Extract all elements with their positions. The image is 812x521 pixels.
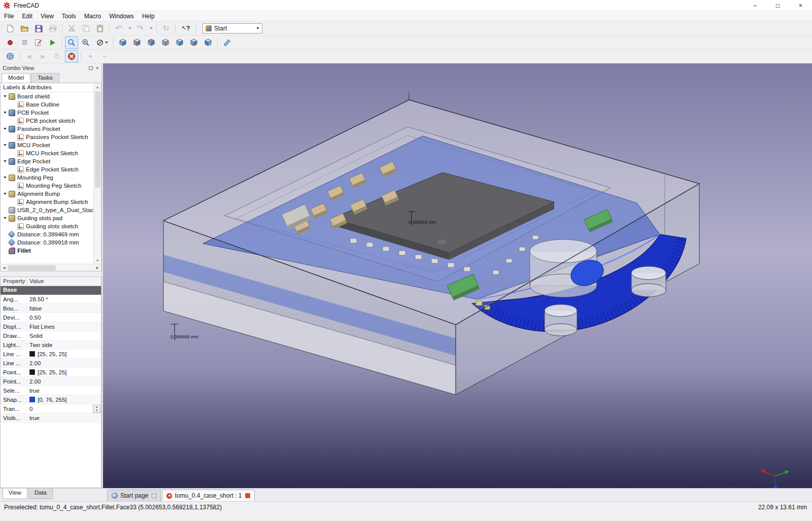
menu-tools[interactable]: Tools xyxy=(58,12,80,21)
property-row-point[interactable]: Point...2.00 xyxy=(1,377,101,386)
tree-item-board-shield[interactable]: Board shield xyxy=(1,92,94,100)
left-view-button[interactable] xyxy=(201,37,215,49)
tree-expand-caret[interactable] xyxy=(2,144,8,146)
scrollbar-thumb[interactable] xyxy=(8,265,56,270)
property-row-point[interactable]: Point...[25, 25, 25] xyxy=(1,368,101,377)
panel-title-bar[interactable]: Combo View × xyxy=(0,63,101,73)
close-button[interactable]: × xyxy=(789,0,812,11)
tree-expand-caret[interactable] xyxy=(2,112,8,114)
tree-item-mcu-pocket[interactable]: MCU Pocket xyxy=(1,141,94,149)
scrollbar-thumb[interactable] xyxy=(95,91,100,188)
macro-record-button[interactable] xyxy=(4,37,17,49)
menu-macro[interactable]: Macro xyxy=(80,12,105,21)
property-row-ang[interactable]: Ang...28.50 ° xyxy=(1,295,101,304)
redo-dropdown[interactable] xyxy=(148,22,154,34)
tree-item-pcb-pocket-sketch[interactable]: PCB pocket sketch xyxy=(1,117,94,125)
tree-horizontal-scrollbar[interactable]: ◀ ▶ xyxy=(1,264,101,271)
nav-refresh-button[interactable]: ↻ xyxy=(51,50,64,62)
tree-item-mcu-pocket-sketch[interactable]: MCU Pocket Sketch xyxy=(1,149,94,157)
web-home-button[interactable] xyxy=(4,50,17,62)
nav-stop-button[interactable] xyxy=(65,50,78,62)
tree-item-usb-2-0-type-a-dual-stac[interactable]: USB_2_0_type_A_Dual_Stac xyxy=(1,206,94,214)
mounting-cylinder[interactable] xyxy=(631,266,666,297)
workbench-selector[interactable]: Start xyxy=(202,23,262,33)
value-spinner[interactable]: ▲▼ xyxy=(93,405,100,413)
tree-item-guiding-slots-pad[interactable]: Guiding slots pad xyxy=(1,214,94,222)
measure-button[interactable] xyxy=(220,37,233,49)
minimize-button[interactable]: – xyxy=(743,0,766,11)
redo-button[interactable]: ↷ xyxy=(133,22,147,34)
property-row-line[interactable]: Line ...[25, 25, 25] xyxy=(1,350,101,359)
tree-item-edge-pocket-sketch[interactable]: Edge Pocket Sketch xyxy=(1,165,94,173)
menu-view[interactable]: View xyxy=(37,12,58,21)
tree-item-alignment-bump[interactable]: Alignment Bump xyxy=(1,190,94,198)
fit-all-button[interactable] xyxy=(65,37,78,49)
property-row-visib[interactable]: Visib...true xyxy=(1,413,101,423)
mounting-cylinder[interactable] xyxy=(545,304,577,336)
property-row-devi[interactable]: Devi...0.50 xyxy=(1,313,101,322)
bottom-view-button[interactable] xyxy=(187,37,200,49)
close-panel-icon[interactable]: × xyxy=(96,65,99,71)
tab-view[interactable]: View xyxy=(3,489,27,499)
zoom-in-button[interactable]: + xyxy=(84,50,97,62)
cut-icon[interactable] xyxy=(65,22,78,34)
tree-item-passives-pocket-sketch[interactable]: Passives Pocket Sketch xyxy=(1,133,94,141)
macro-play-button[interactable] xyxy=(46,37,59,49)
macro-edit-button[interactable] xyxy=(32,37,45,49)
menu-help[interactable]: Help xyxy=(138,12,159,21)
tree-expand-caret[interactable] xyxy=(2,177,8,179)
zoom-out-button[interactable]: − xyxy=(98,50,111,62)
macro-stop-button[interactable] xyxy=(18,37,31,49)
draw-style-button[interactable] xyxy=(93,37,111,49)
tree-item-alignment-bump-sketch[interactable]: Alignment Bump Sketch xyxy=(1,198,94,206)
close-tab-button[interactable] xyxy=(152,494,156,498)
close-tab-button[interactable] xyxy=(245,493,250,498)
scroll-up-icon[interactable]: ▲ xyxy=(96,83,99,90)
menu-file[interactable]: File xyxy=(0,12,18,21)
tree-vertical-scrollbar[interactable]: ▲ ▼ xyxy=(93,83,101,264)
tab-tasks[interactable]: Tasks xyxy=(31,73,59,83)
mdi-tab-start-page[interactable]: Start page xyxy=(107,490,161,501)
tree-expand-caret[interactable] xyxy=(2,160,8,162)
tree-item-mounting-peg-sketch[interactable]: Mounting Peg Sketch xyxy=(1,182,94,190)
3d-viewport[interactable]: 0.399918 mm 0.399469 mm xyxy=(103,63,812,488)
tree-item-distance-0-399469-mm[interactable]: Distance: 0.399469 mm xyxy=(1,230,94,238)
save-button[interactable] xyxy=(32,22,45,34)
tree-item-edge-pocket[interactable]: Edge Pocket xyxy=(1,157,94,165)
menu-edit[interactable]: Edit xyxy=(18,12,37,21)
front-view-button[interactable] xyxy=(130,37,144,49)
paste-button[interactable] xyxy=(93,22,107,34)
tree-item-passives-pocket[interactable]: Passives Pocket xyxy=(1,125,94,133)
mdi-tab-tomu-0-4-case-short-1[interactable]: tomu_0.4_case_short : 1 xyxy=(162,490,255,501)
axonometric-view-button[interactable] xyxy=(116,37,129,49)
menu-windows[interactable]: Windows xyxy=(105,12,138,21)
tree-expand-caret[interactable] xyxy=(2,217,8,219)
print-button[interactable] xyxy=(46,22,59,34)
tree-item-mounting-peg[interactable]: Mounting Peg xyxy=(1,173,94,182)
property-row-tran[interactable]: Tran...0▲▼ xyxy=(1,404,101,413)
tree-item-guiding-slots-sketch[interactable]: Guiding slots sketch xyxy=(1,222,94,230)
right-view-button[interactable] xyxy=(159,37,172,49)
property-row-displ[interactable]: Displ...Flat Lines xyxy=(1,322,101,331)
tab-data[interactable]: Data xyxy=(28,489,53,499)
scroll-down-icon[interactable]: ▼ xyxy=(96,257,99,264)
open-file-button[interactable] xyxy=(18,22,31,34)
tree-item-fillet[interactable]: Fillet xyxy=(1,247,94,255)
property-row-line[interactable]: Line ...2.00 xyxy=(1,359,101,368)
nav-back-button[interactable]: ◀ xyxy=(22,50,36,62)
undo-button[interactable]: ↶ xyxy=(112,22,125,34)
tree-item-base-outline[interactable]: Base Outline xyxy=(1,100,94,109)
copy-button[interactable] xyxy=(79,22,92,34)
refresh-button[interactable]: ↻ xyxy=(159,22,173,34)
property-row-shap[interactable]: Shap...[0, 76, 255] xyxy=(1,395,101,404)
scroll-left-icon[interactable]: ◀ xyxy=(1,266,8,270)
float-panel-icon[interactable] xyxy=(89,66,93,70)
tree-expand-caret[interactable] xyxy=(2,193,8,195)
tab-model[interactable]: Model xyxy=(2,73,30,83)
3d-scene[interactable] xyxy=(103,63,812,488)
undo-dropdown[interactable] xyxy=(126,22,132,34)
property-row-sele[interactable]: Sele...true xyxy=(1,386,101,395)
top-view-button[interactable] xyxy=(145,37,158,49)
property-row-bou[interactable]: Bou...false xyxy=(1,304,101,313)
fit-selection-button[interactable] xyxy=(79,37,92,49)
